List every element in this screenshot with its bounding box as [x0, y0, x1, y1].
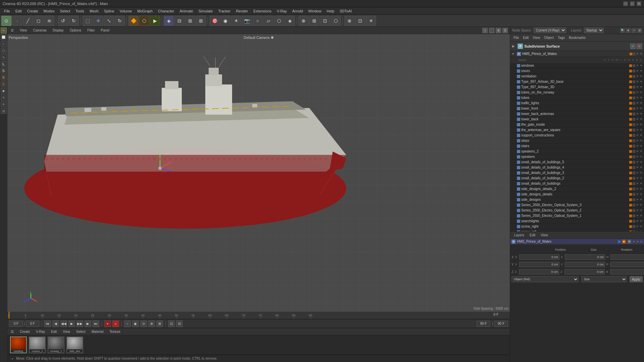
obj-list-item[interactable]: small_details_of_buildings ✕ ✕	[510, 181, 644, 186]
pb-mode3-button[interactable]: ⊙	[140, 320, 147, 327]
filter-icon[interactable]: ▼	[626, 28, 631, 33]
left-tool-S3[interactable]: S	[1, 81, 7, 87]
obj-manager-btn[interactable]: 🎯	[210, 16, 220, 26]
rt-edit[interactable]: Edit	[521, 35, 531, 40]
obj-list-item[interactable]: side_designs_details_2 ✕ ✕	[510, 186, 644, 192]
rotate-button[interactable]: ↻	[115, 16, 125, 26]
menu-vray[interactable]: V-Ray	[274, 8, 289, 14]
bp-menu-create[interactable]: Create	[18, 329, 31, 334]
mode-sculpt-button[interactable]: ≋	[44, 16, 54, 26]
menu-spline[interactable]: Spline	[101, 8, 117, 14]
attr-rot-p-input[interactable]	[610, 262, 644, 267]
vp-icon-cam[interactable]: 🎥	[489, 28, 494, 33]
frame-current-input[interactable]	[26, 321, 39, 327]
bp-menu-view[interactable]: View	[61, 329, 71, 334]
material-building[interactable]: building	[10, 337, 27, 353]
vp-menu-options[interactable]: Options	[68, 28, 83, 33]
render-view-button[interactable]: ⬡	[139, 16, 149, 26]
obj-list-item[interactable]: small_details_of_buildings_2 ✕ ✕	[510, 176, 644, 181]
left-tool-layers2[interactable]: ≡	[1, 101, 7, 107]
attr-rot-h-input[interactable]	[610, 254, 644, 260]
vp-menu-view[interactable]: View	[18, 28, 29, 33]
bp-menu-vray[interactable]: V-Ray	[35, 329, 46, 334]
pb-play-forward-button[interactable]: ▶	[68, 320, 75, 327]
obj-list-item[interactable]: small_details_of_buildings_4 ✕ ✕	[510, 165, 644, 170]
apply-button[interactable]: Apply	[630, 276, 643, 282]
obj-list-item[interactable]: tower_front ✕ ✕	[510, 106, 644, 111]
obj-list-item[interactable]: speakers ✕ ✕	[510, 154, 644, 160]
minimize-button[interactable]: ─	[623, 1, 628, 6]
menu-modes[interactable]: Modes	[41, 8, 57, 14]
menu-animate[interactable]: Animate	[177, 8, 196, 14]
undo-button[interactable]: ↺	[58, 16, 68, 26]
scale-button[interactable]: ⤡	[104, 16, 114, 26]
floor-btn[interactable]: ▱	[263, 16, 273, 26]
vp-menu-cameras[interactable]: Cameras	[32, 28, 48, 33]
obj-list-item[interactable]: side_designs ✕ ✕	[510, 197, 644, 202]
obj-list-item[interactable]: steps ✕ ✕	[510, 138, 644, 143]
pb-stop-button[interactable]: ■	[112, 320, 119, 327]
menu-render[interactable]: Render	[233, 8, 251, 14]
obj-list-item[interactable]: windows ✕ ✕	[510, 63, 644, 68]
frame-start-input[interactable]	[9, 321, 23, 327]
obj-list-item[interactable]: the_gate_inside ✕ ✕	[510, 122, 644, 127]
rt-view[interactable]: View	[531, 35, 542, 40]
snap-btn[interactable]: ⊕	[299, 16, 309, 26]
vp-icon-menu2[interactable]: ☰	[502, 28, 508, 33]
left-tool-L[interactable]: L	[1, 61, 7, 67]
obj-list-item[interactable]: tower_back_antennas ✕ ✕	[510, 111, 644, 117]
menu-simulate[interactable]: Simulate	[196, 8, 216, 14]
mode-point-button[interactable]: ·	[12, 16, 22, 26]
vp-icon-settings[interactable]: ⚙	[496, 28, 501, 33]
bp-menu-edit[interactable]: Edit	[50, 329, 58, 334]
extra2-btn[interactable]: ⊡	[355, 16, 365, 26]
deform-btn[interactable]: ⬡	[331, 16, 341, 26]
vp-menu-panel[interactable]: Panel	[100, 28, 111, 33]
menu-extensions[interactable]: Extensions	[251, 8, 274, 14]
menu-help[interactable]: Help	[324, 8, 337, 14]
pb-step-forward-button[interactable]: ▶	[85, 320, 91, 327]
pb-play-fast-button[interactable]: ▶▶	[76, 320, 83, 327]
rt-tags[interactable]: Tags	[556, 35, 567, 40]
attr-rot-b-input[interactable]	[610, 269, 644, 275]
bp-menu-select[interactable]: Select	[75, 329, 87, 334]
left-tool-cylinder[interactable]: ⬡	[1, 48, 7, 54]
attr-size-x-input[interactable]	[565, 254, 605, 260]
obj-list-item[interactable]: Type_997_Artisan_3D_base ✕ ✕	[510, 79, 644, 84]
settings-icon[interactable]: ⚙	[637, 28, 642, 33]
pb-extra1-button[interactable]: ⊡	[168, 320, 175, 327]
menu-select[interactable]: Select	[57, 8, 73, 14]
extra1-btn[interactable]: ⊕	[344, 16, 355, 26]
snap2-btn[interactable]: ⊞	[309, 16, 319, 26]
obj-list-item[interactable]: searchlights ✕ ✕	[510, 219, 644, 224]
light-btn[interactable]: ☀	[231, 16, 241, 26]
maximize-button[interactable]: □	[630, 1, 635, 6]
pb-mode4-button[interactable]: ⊕	[148, 320, 155, 327]
attr-pos-y-input[interactable]	[519, 262, 559, 267]
rt-object[interactable]: Object	[542, 35, 556, 40]
vp-menu-display[interactable]: Display	[51, 28, 65, 33]
menu-tracker[interactable]: Tracker	[216, 8, 233, 14]
frame-total-input[interactable]	[494, 321, 508, 327]
left-tool-cube[interactable]: ⬜	[1, 34, 7, 40]
sky2-btn[interactable]: ◈	[285, 16, 295, 26]
pb-step-back-button[interactable]: ◀	[52, 320, 59, 327]
frame-end-input[interactable]	[477, 321, 490, 327]
pb-mode1-button[interactable]: ○	[124, 320, 131, 327]
subdiv-check-button[interactable]: ✓	[630, 44, 636, 49]
subdiv-expand-icon[interactable]: ▶	[512, 44, 516, 48]
left-tool-sphere[interactable]: ○	[1, 41, 7, 47]
coord-system-select[interactable]: Object (Rel) World Local	[512, 276, 579, 282]
attr-pos-z-input[interactable]	[519, 269, 559, 275]
obj-list-item[interactable]: small_details_of_buildings_5 ✕ ✕	[510, 160, 644, 165]
mode-object-button[interactable]: ⊙	[1, 16, 11, 26]
pb-play-back-button[interactable]: ◀◀	[60, 320, 67, 327]
node-space-select[interactable]: Current (V-Ray)	[534, 27, 566, 33]
left-tool-layers[interactable]: ≡	[1, 95, 7, 101]
left-tool-circle[interactable]: ◎	[1, 108, 7, 114]
plus-icon[interactable]: +	[632, 28, 636, 33]
obj-list-item[interactable]: ventilation ✕ ✕	[510, 74, 644, 79]
pb-mode5-button[interactable]: ⊞	[156, 320, 163, 327]
render-region-button[interactable]: 🔶	[128, 16, 139, 26]
redo-button[interactable]: ↻	[69, 16, 79, 26]
